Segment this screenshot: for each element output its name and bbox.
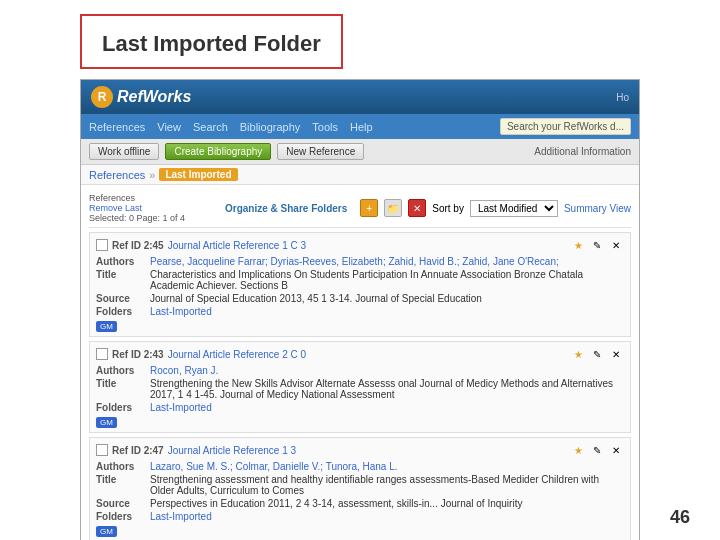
ref-entry: Ref ID 2:43 Journal Article Reference 2 … bbox=[89, 341, 631, 433]
breadcrumb: References » Last Imported bbox=[81, 165, 639, 185]
icon-btn-delete[interactable]: ✕ bbox=[408, 199, 426, 217]
folders-label: Folders bbox=[96, 306, 146, 317]
folders-value[interactable]: Last-Imported bbox=[150, 511, 212, 522]
additional-info-link[interactable]: Additional Information bbox=[534, 146, 631, 157]
star-icon[interactable]: ★ bbox=[570, 237, 586, 253]
folders-value[interactable]: Last-Imported bbox=[150, 306, 212, 317]
references-area: References Remove Last Selected: 0 Page:… bbox=[81, 185, 639, 540]
ref-id: Ref ID 2:47 bbox=[112, 445, 164, 456]
title-label: Title bbox=[96, 269, 146, 291]
ref-actions: ★ ✎ ✕ bbox=[570, 346, 624, 362]
ref-header: Ref ID 2:45 Journal Article Reference 1 … bbox=[96, 237, 624, 253]
ref-title-field: Title Strengthening assessment and healt… bbox=[96, 474, 624, 496]
ref-checkbox[interactable] bbox=[96, 348, 108, 360]
edit-icon[interactable]: ✎ bbox=[589, 237, 605, 253]
refs-label: References bbox=[89, 193, 209, 203]
icon-btn-orange[interactable]: + bbox=[360, 199, 378, 217]
edit-icon[interactable]: ✎ bbox=[589, 346, 605, 362]
folders-label: Folders bbox=[96, 511, 146, 522]
ref-checkbox[interactable] bbox=[96, 239, 108, 251]
title-label: Title bbox=[96, 378, 146, 400]
ref-id: Ref ID 2:45 bbox=[112, 240, 164, 251]
title-value: Strengthening assessment and healthy ide… bbox=[150, 474, 624, 496]
breadcrumb-references[interactable]: References bbox=[89, 169, 145, 181]
controls-right: + 📁 ✕ Sort by Last Modified Summary View bbox=[360, 199, 631, 217]
edit-icon[interactable]: ✎ bbox=[589, 442, 605, 458]
folders-value[interactable]: Last-Imported bbox=[150, 402, 212, 413]
star-icon[interactable]: ★ bbox=[570, 442, 586, 458]
delete-icon[interactable]: ✕ bbox=[608, 442, 624, 458]
ref-folders-field: Folders Last-Imported bbox=[96, 306, 624, 317]
title-value: Strengthening the New Skills Advisor Alt… bbox=[150, 378, 624, 400]
ref-actions: ★ ✎ ✕ bbox=[570, 237, 624, 253]
ref-title-field: Title Characteristics and Implications O… bbox=[96, 269, 624, 291]
ref-authors-field: Authors Rocon, Ryan J. bbox=[96, 365, 624, 376]
logo: R RefWorks bbox=[91, 86, 191, 108]
ref-type: Journal Article Reference 1 3 bbox=[168, 445, 296, 456]
ref-badge: GM bbox=[96, 526, 117, 537]
remove-last-link[interactable]: Remove Last bbox=[89, 203, 209, 213]
title-box: Last Imported Folder bbox=[80, 14, 343, 69]
authors-value[interactable]: Pearse, Jacqueline Farrar; Dyrias-Reeves… bbox=[150, 256, 624, 267]
org-panel-header: Organize & Share Folders bbox=[217, 203, 352, 214]
ref-id-block: Ref ID 2:47 Journal Article Reference 1 … bbox=[96, 444, 296, 456]
source-value: Perspectives in Education 2011, 2 4 3-14… bbox=[150, 498, 624, 509]
app-header: R RefWorks Ho bbox=[81, 80, 639, 114]
ref-authors-field: Authors Pearse, Jacqueline Farrar; Dyria… bbox=[96, 256, 624, 267]
ref-authors-field: Authors Lazaro, Sue M. S.; Colmar, Danie… bbox=[96, 461, 624, 472]
nav-bar: References View Search Bibliography Tool… bbox=[81, 114, 639, 139]
nav-references[interactable]: References bbox=[89, 121, 145, 133]
ref-folders-field: Folders Last-Imported bbox=[96, 402, 624, 413]
view-label[interactable]: Summary View bbox=[564, 203, 631, 214]
selected-page-info: Selected: 0 Page: 1 of 4 bbox=[89, 213, 209, 223]
ref-id-block: Ref ID 2:45 Journal Article Reference 1 … bbox=[96, 239, 306, 251]
folders-label: Folders bbox=[96, 402, 146, 413]
ref-entry: Ref ID 2:45 Journal Article Reference 1 … bbox=[89, 232, 631, 337]
search-box-nav[interactable]: Search your RefWorks d... bbox=[500, 118, 631, 135]
icon-btn-folder[interactable]: 📁 bbox=[384, 199, 402, 217]
ref-entry: Ref ID 2:47 Journal Article Reference 1 … bbox=[89, 437, 631, 540]
delete-icon[interactable]: ✕ bbox=[608, 346, 624, 362]
ref-source-field: Source Perspectives in Education 2011, 2… bbox=[96, 498, 624, 509]
header-right-text: Ho bbox=[616, 92, 629, 103]
work-offline-button[interactable]: Work offline bbox=[89, 143, 159, 160]
source-value: Journal of Special Education 2013, 45 1 … bbox=[150, 293, 624, 304]
nav-tools[interactable]: Tools bbox=[312, 121, 338, 133]
ref-header: Ref ID 2:47 Journal Article Reference 1 … bbox=[96, 442, 624, 458]
sort-select[interactable]: Last Modified bbox=[470, 200, 558, 217]
authors-label: Authors bbox=[96, 256, 146, 267]
title-label: Title bbox=[96, 474, 146, 496]
refworks-app: R RefWorks Ho References View Search Bib… bbox=[80, 79, 640, 540]
ref-folders-field: Folders Last-Imported bbox=[96, 511, 624, 522]
ref-title-field: Title Strengthening the New Skills Advis… bbox=[96, 378, 624, 400]
ref-checkbox[interactable] bbox=[96, 444, 108, 456]
controls-left: References Remove Last Selected: 0 Page:… bbox=[89, 193, 209, 223]
ref-source-field: Source Journal of Special Education 2013… bbox=[96, 293, 624, 304]
delete-icon[interactable]: ✕ bbox=[608, 237, 624, 253]
ref-badge: GM bbox=[96, 321, 117, 332]
nav-bibliography[interactable]: Bibliography bbox=[240, 121, 301, 133]
source-label: Source bbox=[96, 498, 146, 509]
new-reference-button[interactable]: New Reference bbox=[277, 143, 364, 160]
nav-search[interactable]: Search bbox=[193, 121, 228, 133]
sort-label: Sort by bbox=[432, 203, 464, 214]
logo-icon-letter: R bbox=[98, 90, 107, 104]
page-title: Last Imported Folder bbox=[102, 31, 321, 56]
ref-header: Ref ID 2:43 Journal Article Reference 2 … bbox=[96, 346, 624, 362]
create-bibliography-button[interactable]: Create Bibliography bbox=[165, 143, 271, 160]
logo-text: RefWorks bbox=[117, 88, 191, 106]
authors-label: Authors bbox=[96, 461, 146, 472]
nav-help[interactable]: Help bbox=[350, 121, 373, 133]
ref-type: Journal Article Reference 1 C 3 bbox=[168, 240, 306, 251]
ref-badge: GM bbox=[96, 417, 117, 428]
authors-value[interactable]: Lazaro, Sue M. S.; Colmar, Danielle V.; … bbox=[150, 461, 624, 472]
ref-id: Ref ID 2:43 bbox=[112, 349, 164, 360]
title-value: Characteristics and Implications On Stud… bbox=[150, 269, 624, 291]
authors-value[interactable]: Rocon, Ryan J. bbox=[150, 365, 624, 376]
ref-type: Journal Article Reference 2 C 0 bbox=[168, 349, 306, 360]
star-icon[interactable]: ★ bbox=[570, 346, 586, 362]
authors-label: Authors bbox=[96, 365, 146, 376]
nav-view[interactable]: View bbox=[157, 121, 181, 133]
controls-row: References Remove Last Selected: 0 Page:… bbox=[89, 189, 631, 228]
page-number: 46 bbox=[670, 507, 690, 528]
